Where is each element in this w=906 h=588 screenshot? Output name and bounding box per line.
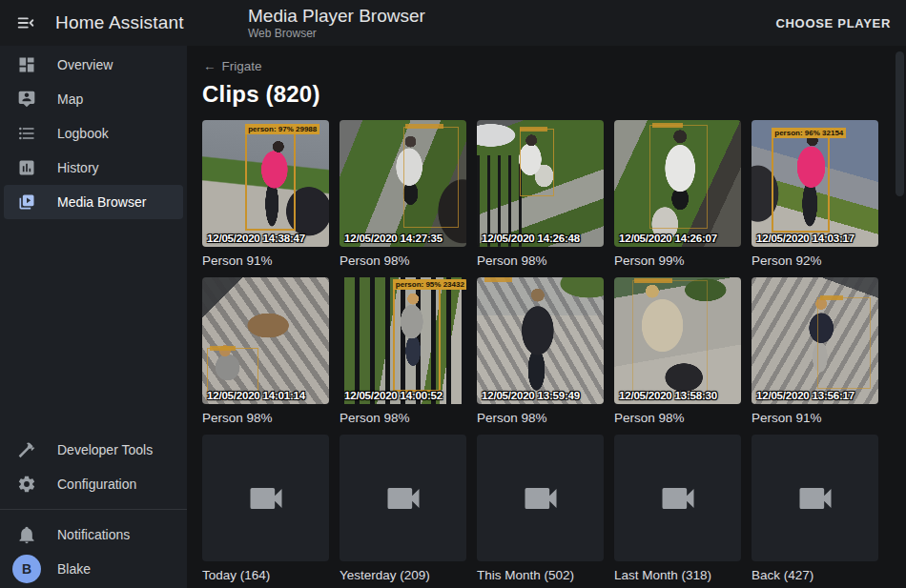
- clip-label: Person 98%: [340, 253, 466, 268]
- list-icon: [17, 124, 36, 143]
- folder-card-back[interactable]: Back (427): [752, 435, 878, 582]
- clip-thumbnail: 12/05/2020 14:27:35: [340, 120, 466, 247]
- clip-timestamp: 12/05/2020 14:26:48: [482, 233, 580, 244]
- gear-icon: [17, 475, 36, 494]
- sidebar-item-profile[interactable]: B Blake: [4, 552, 183, 586]
- sidebar-item-label: History: [57, 160, 99, 175]
- clip-thumbnail: 12/05/2020 14:26:48: [477, 120, 604, 247]
- detection-marker: [210, 346, 236, 351]
- sidebar: Overview Map Logbook History Media Brows…: [0, 46, 187, 588]
- clip-thumbnail: 12/05/2020 14:26:07: [614, 120, 741, 247]
- folder-card-this-month[interactable]: This Month (502): [477, 435, 604, 582]
- clips-title: Clips (820): [202, 81, 906, 108]
- clip-thumbnail: 12/05/2020 14:01:14: [202, 277, 329, 404]
- video-camera-icon: [382, 477, 424, 519]
- clip-label: Person 98%: [202, 411, 329, 425]
- clip-card[interactable]: 12/05/2020 14:27:35 Person 98%: [340, 120, 466, 268]
- bell-icon: [17, 525, 36, 544]
- topbar-left: Home Assistant: [0, 12, 187, 33]
- clip-card[interactable]: person: 95% 23432 12/05/2020 14:00:52 Pe…: [340, 277, 466, 425]
- choose-player-button[interactable]: CHOOSE PLAYER: [775, 16, 891, 30]
- map-account-icon: [17, 90, 36, 109]
- sidebar-item-notifications[interactable]: Notifications: [4, 517, 183, 552]
- sidebar-divider: [0, 509, 187, 510]
- detection-box: [403, 127, 460, 228]
- detection-box: person: 95% 23432: [393, 288, 442, 392]
- chart-icon: [17, 158, 36, 177]
- sidebar-item-label: Media Browser: [57, 194, 146, 210]
- page-title: Media Player Browser: [248, 6, 425, 27]
- clip-card[interactable]: person: 97% 29988 12/05/2020 14:38:47 Pe…: [202, 120, 329, 268]
- sidebar-item-configuration[interactable]: Configuration: [4, 467, 183, 501]
- scrollbar-thumb[interactable]: [896, 51, 904, 196]
- clip-timestamp: 12/05/2020 14:38:47: [207, 233, 305, 244]
- clip-timestamp: 12/05/2020 14:01:14: [207, 390, 305, 401]
- clip-card[interactable]: 12/05/2020 13:56:17 Person 91%: [752, 277, 878, 425]
- back-link[interactable]: ← Frigate: [203, 59, 262, 73]
- clip-card[interactable]: 12/05/2020 14:26:07 Person 99%: [614, 120, 741, 268]
- home-assistant-app: Home Assistant Media Player Browser Web …: [0, 0, 906, 588]
- clip-label: Person 98%: [340, 411, 466, 425]
- sidebar-bottom: Developer Tools Configuration Notificati…: [0, 433, 187, 588]
- detection-marker: [484, 277, 512, 282]
- user-avatar: B: [12, 555, 41, 583]
- detection-marker: [652, 123, 683, 128]
- sidebar-item-history[interactable]: History: [4, 151, 183, 185]
- profile-name: Blake: [57, 561, 91, 577]
- detection-marker: [520, 127, 547, 132]
- clip-label: Person 98%: [477, 411, 604, 425]
- video-camera-icon: [245, 477, 287, 519]
- detection-box: [520, 129, 554, 195]
- folder-label: Last Month (318): [614, 568, 741, 582]
- folder-card-last-month[interactable]: Last Month (318): [614, 435, 741, 582]
- video-camera-icon: [657, 477, 699, 519]
- sidebar-item-label: Logbook: [57, 126, 109, 141]
- sidebar-item-label: Developer Tools: [57, 442, 153, 457]
- clip-timestamp: 12/05/2020 14:27:35: [344, 233, 443, 244]
- clip-card[interactable]: 12/05/2020 14:01:14 Person 98%: [202, 277, 329, 425]
- clip-thumbnail: person: 97% 29988 12/05/2020 14:38:47: [202, 120, 329, 247]
- sidebar-item-developer-tools[interactable]: Developer Tools: [4, 433, 183, 467]
- detection-marker: [634, 278, 672, 283]
- sidebar-item-overview[interactable]: Overview: [4, 48, 183, 82]
- detection-box: person: 96% 32154: [772, 136, 830, 233]
- detection-marker: [405, 124, 443, 129]
- sidebar-item-label: Overview: [57, 57, 113, 72]
- clip-thumbnail: person: 96% 32154 12/05/2020 14:03:17: [752, 120, 878, 247]
- clip-timestamp: 12/05/2020 14:03:17: [756, 233, 855, 244]
- clip-label: Person 91%: [202, 253, 329, 268]
- app-title: Home Assistant: [55, 12, 184, 33]
- sidebar-item-media-browser[interactable]: Media Browser: [4, 185, 183, 219]
- clip-card[interactable]: person: 96% 32154 12/05/2020 14:03:17 Pe…: [752, 120, 878, 268]
- sidebar-item-map[interactable]: Map: [4, 82, 183, 116]
- folder-card-today[interactable]: Today (164): [202, 435, 329, 582]
- clip-timestamp: 12/05/2020 13:59:49: [482, 390, 580, 401]
- folder-label: Back (427): [752, 568, 878, 582]
- folder-card-yesterday[interactable]: Yesterday (209): [340, 435, 466, 582]
- clip-timestamp: 12/05/2020 13:56:17: [756, 390, 855, 401]
- clip-card[interactable]: 12/05/2020 13:59:49 Person 98%: [477, 277, 604, 425]
- media-browser-icon: [17, 193, 36, 212]
- clip-thumbnail: 12/05/2020 13:56:17: [752, 277, 878, 404]
- folder-label: This Month (502): [477, 568, 604, 582]
- sidebar-item-label: Configuration: [57, 476, 136, 492]
- top-bar: Home Assistant Media Player Browser Web …: [0, 0, 906, 46]
- video-camera-icon: [794, 477, 836, 519]
- sidebar-item-logbook[interactable]: Logbook: [4, 116, 183, 151]
- sidebar-item-label: Map: [57, 91, 83, 107]
- folder-thumbnail: [614, 435, 741, 561]
- clip-label: Person 91%: [752, 411, 878, 425]
- media-browser-content: ← Frigate Clips (820) person: 97% 29988 …: [187, 46, 906, 588]
- sidebar-nav: Overview Map Logbook History Media Brows…: [0, 46, 187, 219]
- back-link-label: Frigate: [222, 59, 262, 73]
- detection-marker: [820, 295, 843, 300]
- clip-timestamp: 12/05/2020 13:58:30: [619, 390, 717, 401]
- clip-card[interactable]: 12/05/2020 14:26:48 Person 98%: [477, 120, 604, 268]
- detection-box: [817, 297, 871, 389]
- sidebar-toggle-icon[interactable]: [15, 12, 36, 33]
- page-heading: Media Player Browser Web Browser: [248, 6, 425, 40]
- clip-label: Person 92%: [752, 253, 878, 268]
- clip-card[interactable]: 12/05/2020 13:58:30 Person 98%: [614, 277, 741, 425]
- folder-label: Yesterday (209): [340, 568, 466, 582]
- folder-thumbnail: [752, 435, 878, 561]
